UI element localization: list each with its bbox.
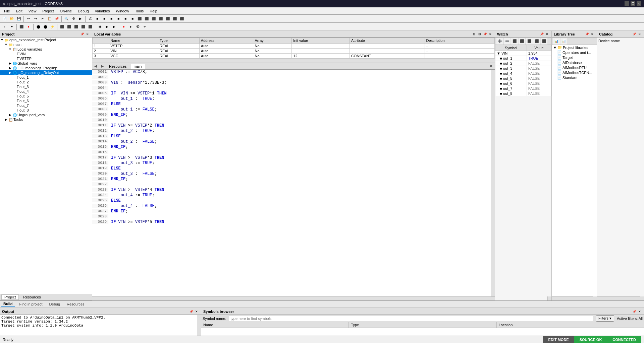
tb2-o[interactable]: ▸ (127, 23, 134, 30)
tree-expand-icon[interactable]: ▶ (4, 118, 8, 122)
line-content[interactable]: out_4 := FALSE; (108, 204, 160, 208)
bottom-tab-resources[interactable]: Resources (65, 301, 87, 307)
catalog-close[interactable]: ✕ (637, 32, 642, 37)
tb-c5[interactable]: ■ (122, 15, 129, 22)
tree-expand-icon[interactable]: ▶ (8, 61, 12, 65)
close-button[interactable]: ✕ (637, 1, 641, 6)
nav-left[interactable]: ◀ (92, 63, 99, 69)
close-tab-btn[interactable]: ✕ (488, 63, 495, 69)
library-item[interactable]: 📄Target (552, 55, 597, 60)
new-btn[interactable]: 📄 (1, 15, 8, 22)
paste-btn[interactable]: 📌 (53, 15, 60, 22)
output-pin[interactable]: 📌 (189, 309, 194, 314)
watch-row[interactable]: ■ out_5FALSE (495, 76, 551, 81)
tree-item-out-7[interactable]: Tout_7 (0, 103, 92, 108)
tb-c11[interactable]: ⬛ (164, 15, 171, 22)
tb-btn-a[interactable]: ⚙ (70, 15, 77, 22)
tb-btn-b[interactable]: ▶ (77, 15, 84, 22)
cut-btn[interactable]: ✂ (39, 15, 46, 22)
lib-btn1[interactable]: 📊 (553, 38, 560, 45)
tb-print[interactable]: 🖨 (87, 15, 94, 22)
watch-row[interactable]: ■ out_8FALSE (495, 91, 551, 96)
tb2-p[interactable]: ⦿ (135, 23, 141, 30)
symbols-close[interactable]: ✕ (637, 309, 642, 314)
local-var-hscroll[interactable] (92, 59, 495, 63)
tree-expand-icon[interactable]: ▼ (8, 47, 12, 51)
watch-b5[interactable]: ⬛ (541, 38, 547, 45)
local-var-expand[interactable]: ⊟ (477, 32, 482, 37)
copy-btn[interactable]: 📋 (46, 15, 53, 22)
line-content[interactable]: VIN := sensor*1.733E-3; (108, 80, 169, 85)
library-item[interactable]: 📄AIModbusRTU (552, 65, 597, 70)
tree-item-main[interactable]: ▼📁main (0, 42, 92, 47)
tree-item-vstep[interactable]: TVSTEP (0, 56, 92, 61)
maximize-button[interactable]: ❐ (631, 1, 635, 6)
line-content[interactable]: out_3 := FALSE; (108, 172, 160, 176)
tree-item-ungrouped-vars[interactable]: ▶🌐Ungrouped_vars (0, 113, 92, 117)
menu-item-project[interactable]: Project (40, 8, 56, 14)
line-content[interactable]: ELSE (108, 198, 123, 203)
line-content[interactable]: out_1 := TRUE; (108, 96, 157, 101)
code-vscroll[interactable] (491, 70, 495, 296)
line-content[interactable]: VSTEP := VCC/8; (108, 70, 150, 74)
watch-add[interactable]: ➕ (496, 38, 503, 45)
menu-item-tools[interactable]: Tools (132, 8, 147, 14)
tb2-m[interactable]: ▶ (104, 23, 110, 30)
watch-row[interactable]: ■ out_7FALSE (495, 86, 551, 91)
tb2-d[interactable]: ⬤ (35, 23, 42, 30)
tb2-k[interactable]: ⬛ (87, 23, 94, 30)
tb-c10[interactable]: ⬛ (157, 15, 164, 22)
tree-expand-icon[interactable]: ▶ (8, 66, 12, 70)
line-content[interactable]: IF VIN >= VSTEP*5 THEN (108, 220, 167, 224)
watch-pin[interactable]: 📌 (539, 32, 544, 37)
line-content[interactable]: IF VIN >= VSTEP*4 THEN (108, 188, 167, 192)
watch-b4[interactable]: ⬛ (533, 38, 540, 45)
tree-item-local-variables[interactable]: ▼📋Local variables (0, 47, 92, 52)
line-content[interactable]: ELSE (108, 166, 123, 171)
tb2-f[interactable]: ⚡ (49, 23, 56, 30)
lib-btn2[interactable]: 📊 (560, 38, 567, 45)
tb2-j[interactable]: ⬛ (80, 23, 87, 30)
find-btn[interactable]: 🔍 (63, 15, 70, 22)
output-close[interactable]: ✕ (194, 309, 199, 314)
tree-item-out-3[interactable]: Tout_3 (0, 84, 92, 89)
project-panel-close[interactable]: ✕ (85, 32, 90, 37)
tb-c3[interactable]: ■ (108, 15, 115, 22)
menu-item-file[interactable]: File (1, 8, 13, 14)
bottom-tab-build[interactable]: Build (1, 301, 15, 307)
watch-close[interactable]: ✕ (545, 32, 549, 37)
tree-item-i-o-mappings-relayout[interactable]: ▶🌐I_O_mappings_RelayOut (0, 70, 92, 75)
nav-right[interactable]: ▶ (99, 63, 106, 69)
watch-b1[interactable]: ⬛ (511, 38, 518, 45)
library-item[interactable]: ▼📁Project libraries (552, 45, 597, 50)
menu-item-view[interactable]: View (26, 8, 39, 14)
tree-item-out-4[interactable]: Tout_4 (0, 89, 92, 94)
line-content[interactable]: END_IF; (108, 209, 130, 214)
catalog-hscroll[interactable] (597, 296, 640, 300)
line-content[interactable]: out_2 := TRUE; (108, 129, 157, 133)
line-content[interactable]: END_IF; (108, 145, 130, 149)
watch-row[interactable]: ■ out_2FALSE (495, 61, 551, 66)
tree-expand-icon[interactable]: ▶ (8, 71, 12, 75)
tree-item-tasks[interactable]: ▶📋Tasks (0, 117, 92, 122)
line-content[interactable]: out_1 := FALSE; (108, 107, 160, 112)
project-tree[interactable]: ▼📁opta_expansion_test Project▼📁main▼📋Loc… (0, 38, 92, 294)
project-panel-pin[interactable]: 📌 (80, 32, 85, 37)
tb2-i[interactable]: ⬛ (73, 23, 79, 30)
tb2-b[interactable]: ▾ (8, 23, 15, 30)
tb2-l[interactable]: ◉ (97, 23, 103, 30)
symbols-pin[interactable]: 📌 (632, 309, 637, 314)
editor-tab-main[interactable]: main (130, 64, 146, 69)
tree-expand-icon[interactable]: ▼ (0, 38, 4, 42)
code-hscroll[interactable] (92, 296, 495, 300)
tb2-h[interactable]: ⬛ (66, 23, 72, 30)
code-editor[interactable]: 0001VSTEP := VCC/8;00020003VIN := sensor… (92, 70, 491, 296)
watch-b2[interactable]: ⬛ (519, 38, 525, 45)
filters-button[interactable]: Filters ▾ (596, 315, 614, 322)
open-btn[interactable]: 📂 (8, 15, 15, 22)
redo-btn[interactable]: ↪ (32, 15, 39, 22)
tree-item-out-6[interactable]: Tout_6 (0, 98, 92, 103)
tree-item-global-vars[interactable]: ▶🌐Global_vars (0, 61, 92, 66)
watch-row[interactable]: ■ out_3FALSE (495, 66, 551, 71)
line-content[interactable]: out_2 := FALSE; (108, 139, 160, 144)
